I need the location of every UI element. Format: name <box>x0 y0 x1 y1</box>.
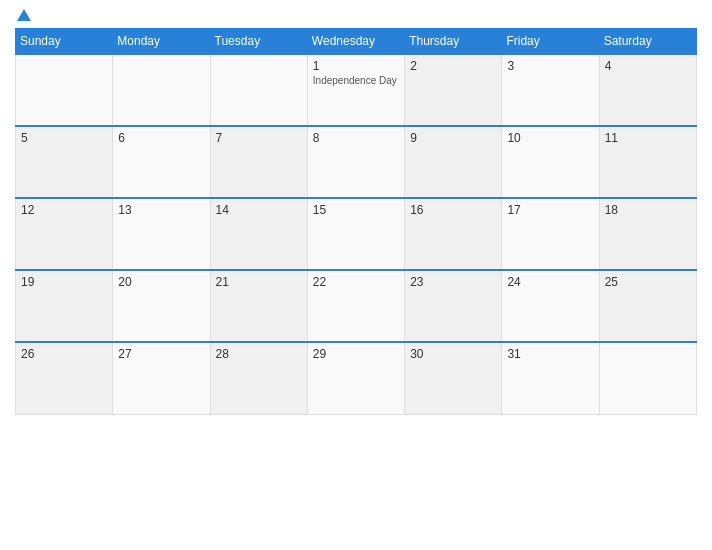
day-number: 29 <box>313 347 399 361</box>
logo <box>15 10 31 22</box>
calendar-day-cell: 24 <box>502 270 599 342</box>
calendar-day-cell <box>113 54 210 126</box>
calendar-day-cell: 16 <box>405 198 502 270</box>
calendar-day-cell: 9 <box>405 126 502 198</box>
calendar-table: SundayMondayTuesdayWednesdayThursdayFrid… <box>15 28 697 415</box>
calendar-day-cell <box>599 342 696 414</box>
calendar-day-cell: 5 <box>16 126 113 198</box>
calendar-day-cell: 15 <box>307 198 404 270</box>
day-of-week-header: Sunday <box>16 29 113 55</box>
day-number: 21 <box>216 275 302 289</box>
calendar-week-row: 262728293031 <box>16 342 697 414</box>
day-number: 13 <box>118 203 204 217</box>
calendar-day-cell: 30 <box>405 342 502 414</box>
day-number: 23 <box>410 275 496 289</box>
calendar-week-row: 567891011 <box>16 126 697 198</box>
day-of-week-header: Friday <box>502 29 599 55</box>
day-number: 8 <box>313 131 399 145</box>
calendar-day-cell: 22 <box>307 270 404 342</box>
calendar-day-cell: 27 <box>113 342 210 414</box>
calendar-day-cell: 2 <box>405 54 502 126</box>
calendar-day-cell: 21 <box>210 270 307 342</box>
day-of-week-header: Wednesday <box>307 29 404 55</box>
calendar-day-cell: 26 <box>16 342 113 414</box>
day-number: 15 <box>313 203 399 217</box>
calendar-day-cell: 8 <box>307 126 404 198</box>
calendar-week-row: 19202122232425 <box>16 270 697 342</box>
day-number: 12 <box>21 203 107 217</box>
day-number: 2 <box>410 59 496 73</box>
calendar-day-cell: 28 <box>210 342 307 414</box>
day-of-week-header: Saturday <box>599 29 696 55</box>
calendar-day-cell: 31 <box>502 342 599 414</box>
calendar-wrapper: SundayMondayTuesdayWednesdayThursdayFrid… <box>0 0 712 550</box>
day-number: 22 <box>313 275 399 289</box>
day-number: 17 <box>507 203 593 217</box>
calendar-body: 1Independence Day23456789101112131415161… <box>16 54 697 414</box>
calendar-day-cell: 1Independence Day <box>307 54 404 126</box>
calendar-header-row: SundayMondayTuesdayWednesdayThursdayFrid… <box>16 29 697 55</box>
day-number: 31 <box>507 347 593 361</box>
day-of-week-header: Thursday <box>405 29 502 55</box>
day-number: 7 <box>216 131 302 145</box>
day-of-week-header: Monday <box>113 29 210 55</box>
day-number: 9 <box>410 131 496 145</box>
day-number: 27 <box>118 347 204 361</box>
calendar-week-row: 12131415161718 <box>16 198 697 270</box>
calendar-day-cell: 6 <box>113 126 210 198</box>
calendar-day-cell <box>16 54 113 126</box>
day-number: 16 <box>410 203 496 217</box>
calendar-day-cell: 29 <box>307 342 404 414</box>
day-number: 24 <box>507 275 593 289</box>
day-number: 10 <box>507 131 593 145</box>
day-number: 1 <box>313 59 399 73</box>
day-number: 26 <box>21 347 107 361</box>
day-number: 6 <box>118 131 204 145</box>
calendar-day-cell: 19 <box>16 270 113 342</box>
day-number: 25 <box>605 275 691 289</box>
calendar-day-cell: 13 <box>113 198 210 270</box>
day-event: Independence Day <box>313 75 399 86</box>
calendar-day-cell: 12 <box>16 198 113 270</box>
calendar-day-cell: 11 <box>599 126 696 198</box>
day-number: 11 <box>605 131 691 145</box>
day-number: 5 <box>21 131 107 145</box>
day-number: 30 <box>410 347 496 361</box>
day-number: 20 <box>118 275 204 289</box>
logo-triangle-icon <box>17 9 31 21</box>
calendar-day-cell: 25 <box>599 270 696 342</box>
calendar-day-cell <box>210 54 307 126</box>
calendar-day-cell: 18 <box>599 198 696 270</box>
day-number: 28 <box>216 347 302 361</box>
calendar-day-cell: 7 <box>210 126 307 198</box>
day-number: 3 <box>507 59 593 73</box>
calendar-day-cell: 23 <box>405 270 502 342</box>
day-number: 14 <box>216 203 302 217</box>
calendar-day-cell: 14 <box>210 198 307 270</box>
day-number: 18 <box>605 203 691 217</box>
calendar-day-cell: 17 <box>502 198 599 270</box>
calendar-day-cell: 3 <box>502 54 599 126</box>
calendar-week-row: 1Independence Day234 <box>16 54 697 126</box>
calendar-day-cell: 4 <box>599 54 696 126</box>
day-of-week-header: Tuesday <box>210 29 307 55</box>
calendar-day-cell: 10 <box>502 126 599 198</box>
day-number: 19 <box>21 275 107 289</box>
day-number: 4 <box>605 59 691 73</box>
calendar-day-cell: 20 <box>113 270 210 342</box>
calendar-header <box>15 10 697 22</box>
